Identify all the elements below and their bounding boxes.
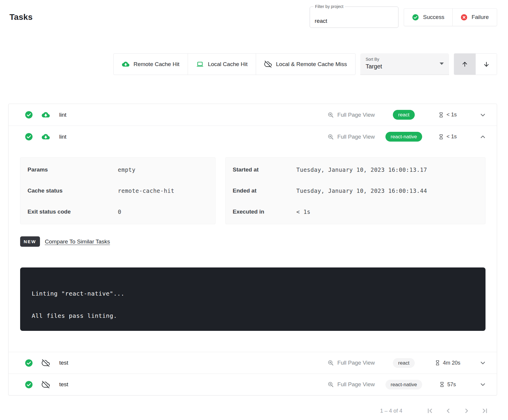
arrow-up-icon bbox=[461, 61, 468, 68]
task-name: lint bbox=[59, 134, 66, 140]
hourglass-icon bbox=[435, 360, 441, 366]
exit-code-row: Exit status code 0 bbox=[28, 209, 208, 215]
task-row-lint-react-native: lint Full Page View react-native bbox=[9, 126, 497, 148]
project-filter-field[interactable]: Filter by project bbox=[310, 7, 398, 28]
expand-row-button[interactable] bbox=[479, 111, 486, 118]
started-at-label: Started at bbox=[233, 166, 296, 173]
zoom-in-icon bbox=[327, 134, 334, 140]
next-page-icon bbox=[463, 407, 470, 415]
project-filter-input[interactable] bbox=[310, 7, 398, 28]
previous-page-icon bbox=[444, 407, 452, 415]
task-timing-panel: Started at Tuesday, January 10, 2023 16:… bbox=[225, 157, 486, 224]
project-badge-slot: react-native bbox=[380, 132, 427, 142]
executed-in-value: < 1s bbox=[296, 209, 478, 215]
exit-code-label: Exit status code bbox=[28, 209, 118, 215]
remote-cache-hit-label: Remote Cache Hit bbox=[134, 61, 179, 68]
full-page-view-button[interactable]: Full Page View bbox=[327, 381, 375, 388]
hourglass-icon bbox=[438, 112, 444, 118]
task-row-right: Full Page View react-native < 1s bbox=[327, 132, 486, 142]
params-label: Params bbox=[28, 166, 118, 173]
sort-direction-group bbox=[454, 53, 497, 75]
failure-x-icon bbox=[461, 14, 467, 21]
next-page-button[interactable] bbox=[463, 407, 470, 415]
success-status-icon bbox=[25, 133, 33, 141]
hourglass-icon bbox=[439, 381, 445, 387]
local-cache-hit-filter[interactable]: Local Cache Hit bbox=[188, 53, 256, 75]
cache-filter-group: Remote Cache Hit Local Cache Hit Local &… bbox=[113, 53, 356, 75]
project-badge[interactable]: react bbox=[393, 358, 415, 368]
project-badge[interactable]: react bbox=[393, 110, 415, 120]
task-row-test-react-native: test Full Page View react-native 57s bbox=[9, 373, 497, 395]
previous-page-button[interactable] bbox=[444, 407, 452, 415]
expand-row-button[interactable] bbox=[479, 359, 486, 366]
success-status-icon bbox=[25, 381, 33, 389]
chevron-down-icon bbox=[479, 359, 486, 366]
laptop-icon bbox=[196, 60, 204, 68]
first-page-icon bbox=[426, 407, 434, 415]
sort-ascending-button[interactable] bbox=[454, 54, 475, 75]
task-properties-panel: Params empty Cache status remote-cache-h… bbox=[20, 157, 216, 224]
page-title: Tasks bbox=[9, 12, 33, 22]
full-page-view-label: Full Page View bbox=[337, 134, 375, 140]
ended-at-value: Tuesday, January 10, 2023 16:00:13.44 bbox=[296, 187, 478, 194]
filters-toolbar: Remote Cache Hit Local Cache Hit Local &… bbox=[8, 53, 497, 75]
task-block-lint-react-native: lint Full Page View react-native bbox=[9, 126, 497, 331]
local-cache-hit-label: Local Cache Hit bbox=[208, 61, 247, 68]
status-filter-group: Success Failure bbox=[404, 8, 497, 26]
chevron-up-icon bbox=[479, 133, 486, 140]
failure-filter-button[interactable]: Failure bbox=[452, 9, 497, 26]
ended-at-label: Ended at bbox=[233, 187, 296, 194]
project-badge-slot: react bbox=[380, 358, 427, 368]
page-range-label: 1 – 4 of 4 bbox=[380, 408, 402, 414]
task-duration-label: < 1s bbox=[446, 112, 457, 118]
arrow-down-icon bbox=[483, 61, 490, 68]
full-page-view-button[interactable]: Full Page View bbox=[327, 134, 375, 140]
top-bar: Tasks Filter by project Success Failure bbox=[8, 0, 497, 28]
task-duration: < 1s bbox=[427, 112, 467, 118]
task-duration-label: 57s bbox=[447, 381, 456, 388]
full-page-view-label: Full Page View bbox=[337, 381, 375, 388]
project-badge[interactable]: react-native bbox=[385, 380, 422, 389]
started-at-value: Tuesday, January 10, 2023 16:00:13.17 bbox=[296, 166, 478, 173]
full-page-view-button[interactable]: Full Page View bbox=[327, 360, 375, 366]
project-filter-label: Filter by project bbox=[314, 4, 345, 9]
cloud-off-icon bbox=[264, 60, 272, 68]
task-row-left: lint bbox=[25, 133, 66, 141]
full-page-view-button[interactable]: Full Page View bbox=[327, 112, 375, 118]
task-name: test bbox=[59, 381, 68, 388]
expand-row-button[interactable] bbox=[479, 381, 486, 388]
task-row-right: Full Page View react 4m 20s bbox=[327, 358, 486, 368]
success-filter-button[interactable]: Success bbox=[404, 9, 452, 26]
last-page-icon bbox=[481, 407, 489, 415]
cache-status-row: Cache status remote-cache-hit bbox=[28, 187, 208, 194]
success-check-icon bbox=[412, 14, 419, 21]
cache-miss-filter[interactable]: Local & Remote Cache Miss bbox=[256, 53, 356, 75]
task-row-right: Full Page View react < 1s bbox=[327, 110, 486, 120]
tasks-page: Tasks Filter by project Success Failure bbox=[0, 0, 508, 418]
caret-down-icon bbox=[440, 62, 444, 65]
params-row: Params empty bbox=[28, 166, 208, 173]
remote-cache-hit-filter[interactable]: Remote Cache Hit bbox=[113, 53, 188, 75]
sort-by-select[interactable]: Sort By Target bbox=[360, 53, 449, 75]
ended-at-row: Ended at Tuesday, January 10, 2023 16:00… bbox=[233, 187, 478, 194]
collapse-row-button[interactable] bbox=[479, 133, 486, 140]
started-at-row: Started at Tuesday, January 10, 2023 16:… bbox=[233, 166, 478, 173]
sort-descending-button[interactable] bbox=[475, 54, 497, 75]
project-badge[interactable]: react-native bbox=[385, 132, 422, 142]
terminal-line: All files pass linting. bbox=[32, 312, 474, 319]
chevron-down-icon bbox=[479, 111, 486, 118]
task-details: Params empty Cache status remote-cache-h… bbox=[9, 148, 497, 331]
last-page-button[interactable] bbox=[481, 407, 489, 415]
first-page-button[interactable] bbox=[426, 407, 434, 415]
pagination: 1 – 4 of 4 bbox=[8, 404, 497, 418]
task-row-right: Full Page View react-native 57s bbox=[327, 380, 486, 389]
task-duration-label: 4m 20s bbox=[443, 360, 460, 366]
chevron-down-icon bbox=[479, 381, 486, 388]
cache-status-value: remote-cache-hit bbox=[118, 187, 208, 194]
task-duration: 4m 20s bbox=[427, 360, 467, 366]
terminal-output: Linting "react-native"... All files pass… bbox=[20, 267, 486, 331]
zoom-in-icon bbox=[327, 112, 334, 118]
task-row-left: lint bbox=[25, 111, 66, 119]
compare-to-similar-tasks-link[interactable]: Compare To Similar Tasks bbox=[45, 238, 110, 245]
full-page-view-label: Full Page View bbox=[337, 112, 375, 118]
